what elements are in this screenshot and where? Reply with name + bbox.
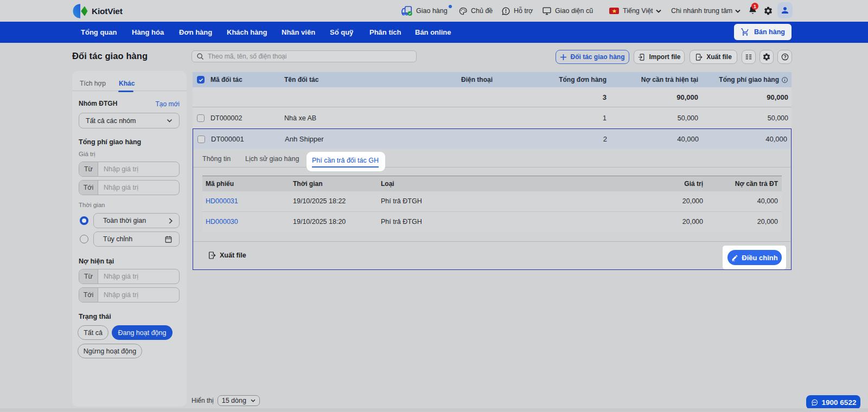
fees-col-time: Thời gian — [288, 180, 378, 188]
col-header-orders[interactable]: Tổng đơn hàng — [548, 76, 609, 83]
row-checkbox[interactable] — [197, 136, 205, 143]
sidebar-tab-other[interactable]: Khác — [119, 80, 135, 87]
debt-from-placeholder: Nhập giá trị — [104, 273, 138, 280]
add-partner-button[interactable]: Đối tác giao hàng — [556, 50, 629, 64]
nav-item-online-sales[interactable]: Bán online — [415, 22, 451, 43]
nav-item-analytics[interactable]: Phân tích — [369, 22, 401, 43]
create-group-link[interactable]: Tạo mới — [155, 100, 180, 108]
debt-to-prefix: Tới — [79, 288, 98, 302]
partner-row-dt000001-selected[interactable]: DT000001 Anh Shipper 2 40,000 40,000 — [193, 129, 790, 149]
nav-item-cashbook[interactable]: Sổ quỹ — [330, 22, 353, 43]
import-file-label: Import file — [649, 53, 680, 61]
check-icon — [198, 77, 204, 83]
detail-export-button[interactable]: Xuất file — [208, 251, 246, 260]
status-chip-all[interactable]: Tất cả — [78, 325, 108, 340]
nav-item-products[interactable]: Hàng hóa — [132, 22, 164, 43]
export-file-button[interactable]: Xuất file — [690, 50, 737, 64]
help-button[interactable] — [777, 50, 792, 64]
user-avatar[interactable] — [777, 2, 793, 18]
language-label: Tiếng Việt — [623, 7, 653, 15]
branch-selector[interactable]: Chi nhánh trung tâm — [671, 0, 741, 22]
export-file-label: Xuất file — [706, 53, 732, 61]
summary-orders: 3 — [548, 93, 609, 101]
nav-item-overview[interactable]: Tổng quan — [81, 22, 117, 43]
group-select[interactable]: Tất cả các nhóm — [79, 113, 180, 128]
partner-row-dt000002[interactable]: DT000002 Nhà xe AB 1 50,000 50,000 — [193, 107, 792, 128]
fee-to-input[interactable]: Tới Nhập giá trị — [79, 180, 180, 195]
fee-row-hd000031[interactable]: HD000031 19/10/2025 18:22 Phí trả ĐTGH 2… — [202, 191, 782, 212]
sidebar-tab-integration[interactable]: Tích hợp — [80, 80, 106, 87]
user-icon — [780, 5, 790, 15]
fee-code-link[interactable]: HD000031 — [206, 197, 238, 205]
fee-row-hd000030[interactable]: HD000030 19/10/2025 18:20 Phí trả ĐTGH 2… — [202, 212, 782, 233]
list-columns-icon — [744, 53, 753, 61]
import-icon — [637, 53, 646, 61]
col-header-fee[interactable]: Tổng phí giao hàng — [699, 76, 792, 83]
fees-col-value: Giá trị — [489, 180, 707, 188]
add-partner-label: Đối tác giao hàng — [570, 53, 624, 61]
detail-tab-fees-active[interactable]: Phí cần trả đối tác GH — [312, 157, 379, 168]
language-selector[interactable]: Tiếng Việt — [609, 0, 661, 22]
table-settings-button[interactable] — [760, 50, 774, 64]
custom-time-button[interactable]: Tùy chỉnh — [93, 231, 180, 247]
cell-debt: 40,000 — [609, 135, 700, 143]
fee-type: Phí trả ĐTGH — [378, 218, 489, 226]
search-input[interactable]: Theo mã, tên, số điện thoại — [192, 50, 417, 62]
nav-item-staff[interactable]: Nhân viên — [282, 22, 315, 43]
nav-item-customers[interactable]: Khách hàng — [227, 22, 267, 43]
row-checkbox[interactable] — [197, 114, 205, 122]
export-icon — [695, 53, 703, 61]
summary-debt: 90,000 — [609, 93, 699, 101]
chevron-down-icon — [656, 9, 661, 13]
fee-time: 19/10/2025 18:22 — [288, 197, 378, 205]
topbar-menu-delivery-label: Giao hàng — [416, 7, 448, 15]
info-icon — [781, 76, 788, 83]
detail-tab-info[interactable]: Thông tin — [202, 155, 231, 163]
checkbox-cell — [193, 76, 209, 83]
all-time-label: Toàn thời gian — [103, 217, 146, 224]
detail-tab-history[interactable]: Lịch sử giao hàng — [245, 155, 299, 163]
adjust-button[interactable]: Điều chỉnh — [727, 250, 782, 265]
summary-row: 3 90,000 90,000 — [193, 87, 792, 107]
custom-time-radio[interactable] — [80, 235, 88, 243]
col-header-debt[interactable]: Nợ cần trả hiện tại — [609, 76, 699, 83]
topbar-menu-support[interactable]: Hỗ trợ — [501, 0, 533, 22]
fee-code-link[interactable]: HD000030 — [206, 218, 238, 226]
col-header-phone[interactable]: Điện thoại — [461, 76, 548, 83]
table-header-row: Mã đối tác Tên đối tác Điện thoại Tổng đ… — [193, 72, 792, 87]
status-chip-inactive[interactable]: Ngừng hoạt động — [78, 344, 142, 358]
settings-button[interactable] — [763, 6, 773, 16]
fees-col-type: Loại — [378, 180, 489, 188]
nav-item-orders[interactable]: Đơn hàng — [179, 22, 212, 43]
page-size-row: Hiển thị 15 dòng — [192, 395, 260, 406]
cell-name: Anh Shipper — [283, 135, 462, 143]
topbar-menu-delivery[interactable]: Giao hàng — [401, 0, 448, 22]
filter-sidebar: Tích hợp Khác Nhóm ĐTGH Tạo mới Tất cả c… — [72, 71, 187, 407]
notifications-button[interactable]: 1 — [748, 5, 758, 16]
cell-code: DT000002 — [209, 114, 282, 122]
fee-from-input[interactable]: Từ Nhập giá trị — [79, 162, 180, 177]
cell-code: DT000001 — [209, 135, 283, 143]
all-time-button[interactable]: Toàn thời gian — [93, 213, 180, 228]
page-size-select[interactable]: 15 dòng — [218, 395, 260, 406]
import-file-button[interactable]: Import file — [634, 50, 685, 64]
debt-from-input[interactable]: Từ Nhập giá trị — [79, 269, 180, 284]
select-all-checkbox[interactable] — [197, 76, 205, 83]
topbar-menu-theme[interactable]: Chủ đề — [458, 0, 493, 22]
debt-to-input[interactable]: Tới Nhập giá trị — [79, 287, 180, 302]
kiotviet-logo[interactable]: KiotViet — [73, 4, 123, 19]
all-time-radio[interactable] — [80, 216, 88, 225]
col-header-code[interactable]: Mã đối tác — [209, 76, 282, 83]
hotline-chat-button[interactable]: 1900 6522 — [806, 395, 860, 409]
topbar-menu-old-ui[interactable]: Giao diện cũ — [542, 0, 593, 22]
sell-button[interactable]: Bán hàng — [734, 24, 792, 40]
fee-type: Phí trả ĐTGH — [378, 197, 489, 205]
col-header-name[interactable]: Tên đối tác — [282, 76, 461, 83]
fee-from-prefix: Từ — [79, 162, 98, 176]
column-settings-button[interactable] — [742, 50, 756, 64]
status-chip-active[interactable]: Đang hoạt động — [112, 325, 173, 340]
time-section-label: Thời gian — [79, 202, 105, 208]
pencil-icon — [731, 254, 738, 261]
hotline-number: 1900 6522 — [822, 398, 857, 407]
fee-code-cell: HD000031 — [202, 197, 288, 205]
